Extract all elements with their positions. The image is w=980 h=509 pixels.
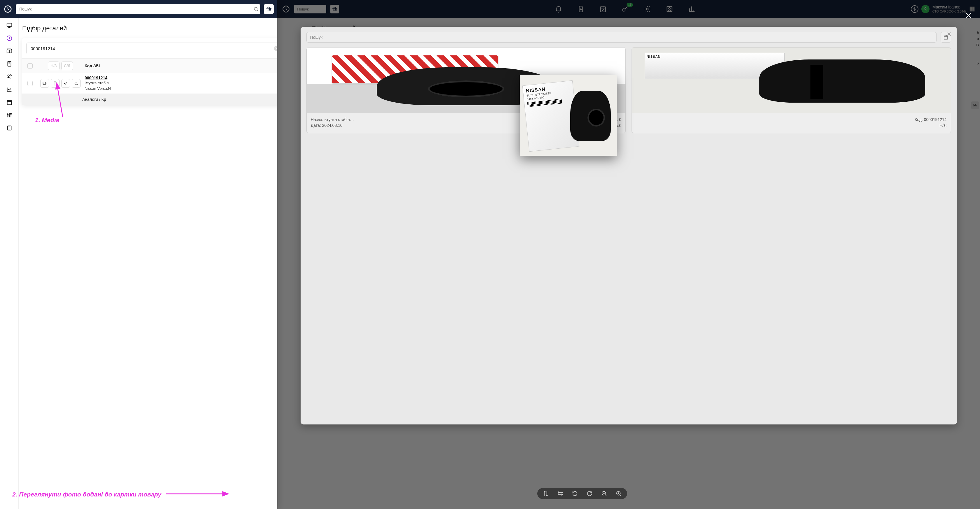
nav-users-icon[interactable] [6, 73, 13, 80]
code-label: Код: [915, 117, 923, 122]
row-code-cell: 0000191214 Втулка стабіл Nissan Versa,N [82, 76, 277, 91]
svg-point-9 [9, 116, 10, 117]
left-iconbar [0, 18, 19, 509]
media-info: Код: 0000191214 Н/з: [632, 113, 951, 133]
flip-horizontal-icon[interactable] [557, 490, 563, 497]
nav-box-icon[interactable] [6, 48, 13, 54]
bag-brand: NISSAN [645, 53, 785, 58]
global-search-input[interactable] [19, 7, 253, 11]
svg-point-6 [10, 75, 11, 76]
check-button[interactable] [61, 79, 70, 88]
filter-hz-button[interactable]: Н/З [48, 62, 59, 70]
analogs-label: Аналоги / Кр [82, 97, 106, 102]
media-modal: Назва: втулка стабіл… Код: 0 Дата: 2024.… [301, 27, 957, 425]
name-label: Назва: [311, 117, 323, 122]
nav-calendar-icon[interactable] [6, 99, 13, 106]
nav-chart-icon[interactable] [6, 86, 13, 93]
modal-top-row [306, 32, 951, 43]
left-header [0, 0, 277, 18]
left-main: Підбір деталей ✕ Н/З С/Д Код З/Ч [19, 18, 277, 509]
zoom-out-icon[interactable] [601, 490, 607, 497]
page-title: Підбір деталей [22, 24, 277, 32]
name-value: втулка стабіл… [325, 117, 354, 122]
nav-doc-icon[interactable] [6, 61, 13, 67]
svg-point-8 [7, 114, 8, 115]
code-value: 0000191214 [924, 117, 947, 122]
date-value: 2024.08.10 [322, 123, 343, 128]
preview-bushing-hole [587, 109, 605, 127]
code-input[interactable] [26, 43, 277, 54]
nav-list-icon[interactable] [6, 125, 13, 131]
table-header-row: Н/З С/Д Код З/Ч [22, 58, 277, 73]
svg-point-1 [254, 7, 258, 11]
rotate-right-icon[interactable] [586, 490, 593, 497]
doc-button[interactable] [51, 79, 59, 88]
viewer-toolbar [537, 488, 627, 499]
flip-vertical-icon[interactable] [542, 490, 549, 497]
parts-card: ✕ Н/З С/Д Код З/Ч [22, 38, 277, 105]
close-viewer-icon[interactable] [965, 12, 972, 19]
search-button[interactable] [72, 79, 81, 88]
svg-rect-2 [7, 23, 12, 27]
search-icon [253, 6, 259, 12]
filter-sd-button[interactable]: С/Д [61, 62, 73, 70]
svg-point-14 [75, 82, 77, 84]
modal-search[interactable] [306, 32, 937, 43]
parts-table: Н/З С/Д Код З/Ч [22, 58, 277, 105]
modal-close-icon[interactable] [947, 32, 952, 37]
media-button[interactable] [40, 79, 49, 88]
left-panel: Підбір деталей ✕ Н/З С/Д Код З/Ч [0, 0, 277, 509]
image-preview[interactable]: NISSAN BUSH STABILIZER 54613-3U000 [520, 75, 617, 156]
media-card[interactable]: NISSAN Код: 0000191214 Н/з: [632, 47, 951, 133]
select-all-checkbox[interactable] [27, 63, 33, 68]
svg-rect-7 [7, 101, 11, 105]
app-logo-icon [3, 5, 12, 13]
left-body: Підбір деталей ✕ Н/З С/Д Код З/Ч [0, 18, 277, 509]
global-search[interactable] [16, 4, 260, 14]
rotate-left-icon[interactable] [572, 490, 578, 497]
part-code-link[interactable]: 0000191214 [84, 76, 107, 80]
code-value: 0 [619, 117, 621, 122]
media-thumb: NISSAN [632, 48, 951, 113]
table-footer-row: Аналоги / Кр [22, 94, 277, 105]
part-vehicles: Nissan Versa,N [84, 86, 277, 91]
nav-dashboard-icon[interactable] [6, 35, 13, 41]
table-row: 0000191214 Втулка стабіл Nissan Versa,N [22, 73, 277, 94]
part-name: Втулка стабіл [84, 81, 277, 86]
dark-overlay: Назва: втулка стабіл… Код: 0 Дата: 2024.… [277, 0, 980, 509]
bank-button[interactable] [264, 4, 274, 14]
modal-search-input[interactable] [310, 35, 933, 40]
zoom-in-icon[interactable] [616, 490, 622, 497]
clear-icon[interactable]: ✕ [274, 46, 277, 51]
svg-point-13 [43, 83, 44, 83]
date-label: Дата: [311, 123, 321, 128]
media-gallery: Назва: втулка стабіл… Код: 0 Дата: 2024.… [306, 47, 951, 133]
nz-label: Н/з: [939, 123, 947, 128]
col-code-header: Код З/Ч [82, 63, 277, 68]
nav-monitor-icon[interactable] [6, 22, 13, 29]
row-checkbox[interactable] [27, 81, 33, 86]
svg-point-5 [8, 75, 10, 77]
nav-sliders-icon[interactable] [6, 112, 13, 118]
svg-point-10 [10, 113, 11, 114]
